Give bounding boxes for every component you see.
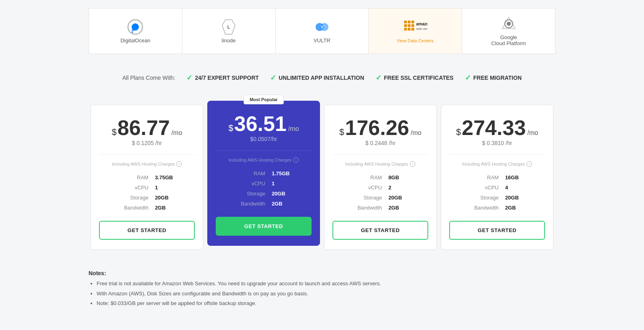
spec-row-vcpu: vCPU 1 [99,183,195,193]
svg-rect-15 [404,28,407,31]
spec-row-storage: Storage 20GB [216,189,312,199]
check-icon-support: ✓ [186,73,192,82]
digitalocean-icon [125,19,145,35]
vultr-label: VULTR [314,37,330,44]
notes-section: Notes: Free trial is not available for A… [89,266,555,318]
spec-row-ram: RAM 16GB [449,172,545,183]
spec-row-ram: RAM 1.75GB [216,168,312,178]
provider-gcp[interactable]: GoogleCloud Platform [462,8,555,54]
svg-text:web services: web services [416,27,427,31]
check-icon-ssl: ✓ [376,73,382,82]
aws-charges-1: Including AWS Hosting Charges i [99,161,195,167]
price-display-1: $ 86.77 /mo [99,117,195,138]
features-bar: All Plans Come With: ✓ 24/7 EXPERT SUPPO… [89,66,555,89]
price-hourly-1: $ 0.1205 /hr [99,140,195,146]
info-icon-1[interactable]: i [176,161,182,167]
features-label: All Plans Come With: [122,75,175,81]
spec-row-vcpu: vCPU 2 [332,183,428,193]
provider-aws[interactable]: amazon web services View Data Centers [369,8,462,54]
specs-table-2: RAM 1.75GB vCPU 1 Storage 20GB Bandwidth… [216,168,312,209]
spec-row-bandwidth: Bandwidth 2GB [216,199,312,209]
notes-list: Free trial is not available for Amazon W… [89,280,555,307]
svg-rect-16 [408,28,411,31]
aws-charges-2: Including AWS Hosting Charges i [216,157,312,163]
note-item-1: With Amazon (AWS), Disk Sizes are config… [97,290,555,298]
info-icon-2[interactable]: i [293,157,299,163]
page-wrapper: DigitalOcean L linode V VULTR [80,0,564,326]
spec-row-vcpu: vCPU 1 [216,178,312,189]
spec-row-bandwidth: Bandwidth 2GB [332,203,428,213]
price-hourly-4: $ 0.3810 /hr [449,140,545,146]
feature-app-install: ✓ UNLIMITED APP INSTALLATION [270,73,364,82]
get-started-btn-4[interactable]: GET STARTED [449,221,545,240]
pricing-card-1: $ 86.77 /mo $ 0.1205 /hr Including AWS H… [91,105,203,250]
svg-rect-2 [132,29,134,31]
spec-row-vcpu: vCPU 4 [449,183,545,193]
gcp-icon [499,16,519,32]
svg-rect-9 [404,21,407,23]
providers-row: DigitalOcean L linode V VULTR [89,8,555,54]
aws-datacenter-link[interactable]: View Data Centers [397,38,434,43]
svg-rect-14 [411,24,414,27]
spec-row-storage: Storage 20GB [332,193,428,203]
spec-row-ram: RAM 3.75GB [99,172,195,183]
provider-linode[interactable]: L linode [182,8,276,54]
svg-rect-13 [408,24,411,27]
digitalocean-label: DigitalOcean [120,37,150,44]
price-display-2: $ 36.51 /mo [216,113,312,134]
svg-rect-17 [411,28,414,31]
specs-table-3: RAM 8GB vCPU 2 Storage 20GB Bandwidth 2G… [332,172,428,213]
check-icon-migration: ✓ [465,73,471,82]
check-icon-app: ✓ [270,73,276,82]
aws-charges-4: Including AWS Hosting Charges i [449,161,545,167]
price-hourly-2: $0.0507/hr [216,136,312,142]
spec-row-bandwidth: Bandwidth 2GB [449,203,545,213]
vultr-icon: V [312,19,332,35]
most-popular-badge: Most Popular [244,95,284,104]
pricing-card-4: $ 274.33 /mo $ 0.3810 /hr Including AWS … [441,105,553,250]
provider-vultr[interactable]: V VULTR [276,8,369,54]
specs-table-4: RAM 16GB vCPU 4 Storage 20GB Bandwidth 2… [449,172,545,213]
feature-ssl: ✓ FREE SSL CERTIFICATES [376,73,454,82]
linode-label: linode [222,37,236,44]
feature-migration: ✓ FREE MIGRATION [465,73,522,82]
svg-rect-11 [411,21,414,23]
price-display-4: $ 274.33 /mo [449,117,545,138]
svg-rect-3 [132,31,133,33]
pricing-card-3: $ 176.26 /mo $ 0.2448 /hr Including AWS … [324,105,437,250]
spec-row-storage: Storage 20GB [449,193,545,203]
notes-title: Notes: [89,270,555,276]
svg-rect-10 [408,21,411,23]
info-icon-4[interactable]: i [526,161,532,167]
svg-text:L: L [227,25,230,29]
aws-charges-3: Including AWS Hosting Charges i [332,161,428,167]
pricing-card-2: Most Popular $ 36.51 /mo $0.0507/hr Incl… [207,101,320,246]
svg-point-22 [507,22,511,26]
spec-row-storage: Storage 20GB [99,193,195,203]
note-item-0: Free trial is not available for Amazon W… [97,280,555,288]
provider-digitalocean[interactable]: DigitalOcean [89,8,182,54]
svg-text:amazon: amazon [416,22,427,26]
gcp-label: GoogleCloud Platform [491,34,526,46]
get-started-btn-3[interactable]: GET STARTED [332,221,428,240]
pricing-row: $ 86.77 /mo $ 0.1205 /hr Including AWS H… [89,101,555,254]
get-started-btn-1[interactable]: GET STARTED [99,221,195,240]
price-display-3: $ 176.26 /mo [332,117,428,138]
svg-text:V: V [321,25,324,29]
get-started-btn-2[interactable]: GET STARTED [216,217,312,236]
spec-row-ram: RAM 8GB [332,172,428,183]
aws-icon: amazon web services [403,19,427,37]
svg-rect-12 [404,24,407,27]
specs-table-1: RAM 3.75GB vCPU 1 Storage 20GB Bandwidth… [99,172,195,213]
linode-icon: L [219,19,239,35]
feature-support: ✓ 24/7 EXPERT SUPPORT [186,73,259,82]
note-item-2: Note: $0.033/GB per server will be appli… [97,299,555,307]
spec-row-bandwidth: Bandwidth 2GB [99,203,195,213]
price-hourly-3: $ 0.2448 /hr [332,140,428,146]
info-icon-3[interactable]: i [410,161,415,167]
